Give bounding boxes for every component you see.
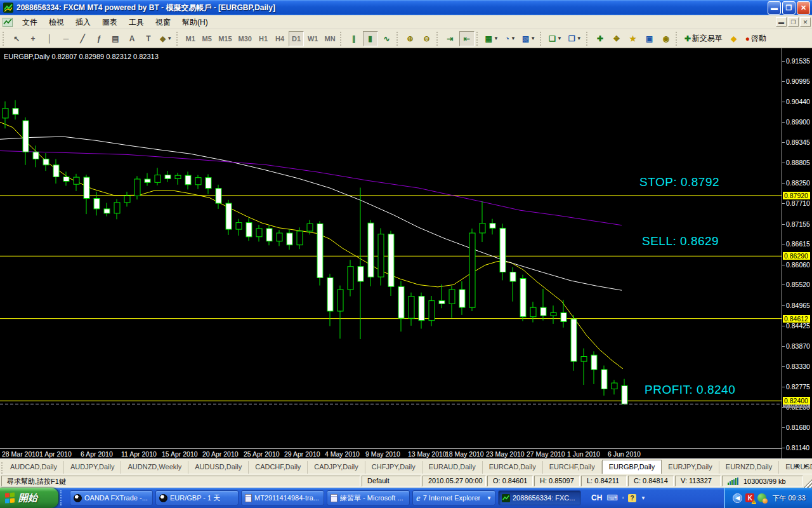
start-button[interactable]: 開始 bbox=[0, 488, 58, 508]
history-center-icon[interactable]: ◉ bbox=[658, 31, 674, 46]
indicators-icon[interactable]: ✚ bbox=[593, 31, 608, 46]
maximize-button[interactable]: ❐ bbox=[782, 1, 796, 15]
tab-scroll-right-icon[interactable]: ► bbox=[803, 462, 809, 469]
stop-label[interactable]: STOP: 0.8792 bbox=[639, 175, 719, 189]
tf-mn-button[interactable]: MN bbox=[322, 31, 337, 46]
title-bar[interactable]: 2088656334: FXCM MT4 powered by BT - 模擬交… bbox=[0, 0, 812, 15]
chart-tab-chfjpy[interactable]: CHFJPY,Daily bbox=[365, 461, 422, 474]
horizontal-line-icon[interactable]: ─ bbox=[58, 31, 74, 46]
candlestick-chart-type-icon[interactable]: ▮ bbox=[363, 31, 378, 46]
price-tick bbox=[782, 102, 785, 102]
microphone-icon[interactable]: 𝄈 bbox=[622, 493, 624, 502]
alert-icon[interactable]: ◆ bbox=[726, 31, 742, 46]
menu-window[interactable]: 視窗 bbox=[150, 16, 176, 29]
text-label-icon[interactable]: T bbox=[141, 31, 156, 46]
chart-tab-euraud[interactable]: EURAUD,Daily bbox=[422, 461, 483, 474]
chart-tab-eurchf[interactable]: EURCHF,Daily bbox=[543, 461, 602, 474]
antivirus-tray-icon[interactable]: K bbox=[745, 493, 754, 502]
tf-m15-button[interactable]: M15 bbox=[216, 31, 234, 46]
language-indicator[interactable]: CH bbox=[591, 493, 602, 502]
chart-tab-audjpy[interactable]: AUDJPY,Daily bbox=[64, 461, 122, 474]
crosshair-icon[interactable]: + bbox=[25, 31, 41, 46]
chart-tab-audusd[interactable]: AUDUSD,Daily bbox=[188, 461, 249, 474]
new-chart-icon[interactable]: ▦▼ bbox=[483, 31, 501, 46]
tab-scroll-left-icon[interactable]: ◄ bbox=[793, 462, 799, 469]
tf-m30-button[interactable]: M30 bbox=[236, 31, 254, 46]
language-options-icon[interactable]: ▼ bbox=[641, 495, 646, 501]
resize-grip[interactable] bbox=[803, 479, 812, 488]
tray-collapse-icon[interactable]: ◀ bbox=[733, 493, 742, 503]
arrows-icon[interactable]: ◆▼ bbox=[157, 31, 174, 46]
zoom-in-icon[interactable]: ⊕ bbox=[403, 31, 418, 46]
child-close-button[interactable]: ✕ bbox=[800, 17, 811, 27]
new-order-icon[interactable]: ✚新交易單 bbox=[682, 31, 725, 46]
keyboard-icon[interactable]: ⌨ bbox=[606, 493, 617, 502]
tf-h4-button[interactable]: H4 bbox=[272, 31, 287, 46]
data-window-icon[interactable]: ▣ bbox=[642, 31, 657, 46]
navigator-icon[interactable]: ✥ bbox=[609, 31, 624, 46]
chart-tab-cadchf[interactable]: CADCHF,Daily bbox=[249, 461, 308, 474]
minimize-button[interactable]: ▬ bbox=[768, 1, 781, 15]
language-help-icon[interactable]: ? bbox=[628, 494, 636, 502]
line-chart-type-icon[interactable]: ∿ bbox=[379, 31, 395, 46]
fibonacci-icon[interactable]: ƒ bbox=[91, 31, 107, 46]
text-icon[interactable]: A bbox=[124, 31, 140, 46]
chart-shift-icon[interactable]: ⇤ bbox=[459, 31, 475, 46]
menu-insert[interactable]: 插入 bbox=[70, 16, 96, 29]
date-label: 6 Apr 2010 bbox=[81, 450, 113, 458]
tf-m5-button[interactable]: M5 bbox=[199, 31, 214, 46]
tile-windows-icon[interactable]: ❐▼ bbox=[566, 31, 584, 46]
price-label: 0.87155 bbox=[786, 220, 810, 228]
periods-icon[interactable]: ◔▼ bbox=[502, 31, 518, 46]
channels-icon[interactable]: ▤ bbox=[108, 31, 123, 46]
tf-m1-button[interactable]: M1 bbox=[183, 31, 198, 46]
menu-help[interactable]: 幫助(H) bbox=[176, 16, 214, 29]
close-button[interactable]: ✕ bbox=[797, 1, 810, 15]
price-tick bbox=[782, 265, 785, 265]
tf-h1-button[interactable]: H1 bbox=[256, 31, 271, 46]
menu-charts[interactable]: 圖表 bbox=[96, 16, 123, 29]
chart-tab-eurjpy[interactable]: EURJPY,Daily bbox=[662, 461, 719, 474]
taskbar-task[interactable]: 2088656334: FXC... bbox=[498, 490, 581, 505]
profit-label[interactable]: PROFIT: 0.8240 bbox=[645, 383, 735, 397]
chart-tab-eurgbp[interactable]: EURGBP,Daily bbox=[602, 460, 662, 474]
chart-tab-eurnzd[interactable]: EURNZD,Daily bbox=[719, 461, 779, 474]
price-axis[interactable]: 0.915350.909950.904400.899000.893450.888… bbox=[782, 48, 812, 458]
new-window-icon[interactable]: ❏▼ bbox=[546, 31, 565, 46]
taskbar-task[interactable]: MT2911414984-tra... bbox=[241, 490, 324, 505]
auto-scroll-icon[interactable]: ⇥ bbox=[443, 31, 458, 46]
slowest-ma-line bbox=[0, 151, 622, 225]
zoom-out-icon[interactable]: ⊖ bbox=[419, 31, 435, 46]
price-label: 0.88805 bbox=[786, 159, 810, 166]
taskbar-task[interactable]: 練習單 - Microsoft ... bbox=[327, 490, 410, 505]
templates-icon[interactable]: ▧▼ bbox=[520, 31, 538, 46]
price-label: 0.86615 bbox=[786, 240, 810, 248]
child-restore-button[interactable]: ❐ bbox=[788, 17, 799, 27]
chart-tab-audnzd[interactable]: AUDNZD,Weekly bbox=[121, 461, 188, 474]
menu-file[interactable]: 文件 bbox=[16, 16, 43, 29]
tf-w1-button[interactable]: W1 bbox=[305, 31, 321, 46]
status-profile[interactable]: Default bbox=[362, 476, 421, 486]
update-tray-icon[interactable] bbox=[757, 493, 766, 502]
taskbar-task[interactable]: EUR/GBP - 1 天 bbox=[155, 490, 239, 505]
chart-tab-cadjpy[interactable]: CADJPY,Daily bbox=[308, 461, 365, 474]
taskbar-task[interactable]: OANDA FXTrade -... bbox=[70, 490, 153, 505]
tf-d1-button[interactable]: D1 bbox=[289, 31, 304, 46]
chart-tab-audcad[interactable]: AUDCAD,Daily bbox=[4, 461, 64, 474]
chart-area[interactable]: EURGBP,Daily 0.82807 0.82989 0.82312 0.8… bbox=[0, 48, 812, 458]
favorites-icon[interactable]: ★ bbox=[625, 31, 641, 46]
date-label: 20 Apr 2010 bbox=[202, 450, 239, 458]
sell-label[interactable]: SELL: 0.8629 bbox=[642, 234, 719, 248]
cursor-icon[interactable]: ↖ bbox=[9, 31, 24, 46]
bar-chart-type-icon[interactable]: ∥ bbox=[346, 31, 362, 46]
trend-line-icon[interactable]: ╱ bbox=[75, 31, 90, 46]
date-axis[interactable]: 28 Mar 20101 Apr 20106 Apr 201011 Apr 20… bbox=[0, 448, 782, 458]
vertical-line-icon[interactable]: │ bbox=[42, 31, 57, 46]
chart-tab-eurcad[interactable]: EURCAD,Daily bbox=[483, 461, 543, 474]
child-minimize-button[interactable]: ▬ bbox=[776, 17, 787, 27]
price-label: 0.89345 bbox=[786, 138, 810, 146]
menu-tools[interactable]: 工具 bbox=[123, 16, 150, 29]
taskbar-task[interactable]: e7 Internet Explorer▼ bbox=[412, 490, 495, 505]
menu-view[interactable]: 檢視 bbox=[43, 16, 70, 29]
expert-advisors-icon[interactable]: ●啓動 bbox=[743, 31, 769, 46]
